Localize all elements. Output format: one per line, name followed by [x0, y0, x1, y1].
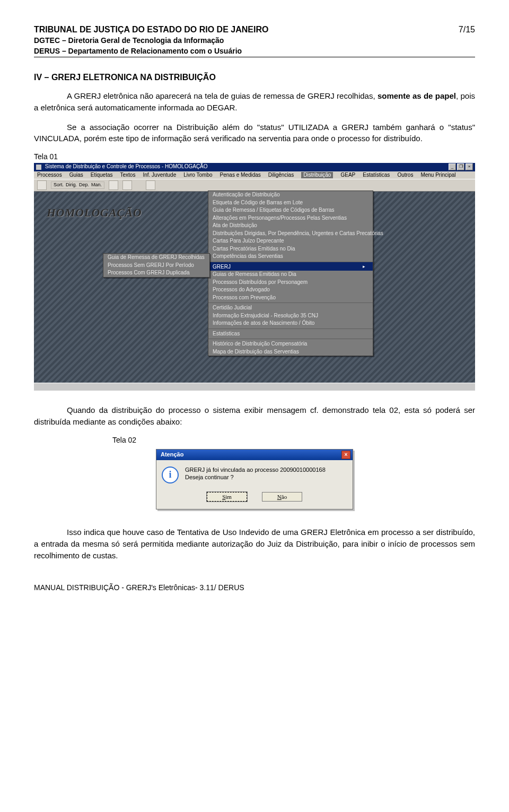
toolbar-label[interactable]: Dep.: [79, 182, 89, 188]
distribuicao-dropdown-menu: Autenticação de DistribuiçãoEtiqueta de …: [208, 191, 373, 356]
menu-item[interactable]: Menu Principal: [420, 172, 455, 179]
yes-rest: im: [225, 494, 232, 500]
menu-item[interactable]: Distribuição: [301, 172, 333, 179]
screenshot-tela-01: Sistema de Distribuição e Controle de Pr…: [34, 163, 475, 391]
window-titlebar: Sistema de Distribuição e Controle de Pr…: [34, 163, 475, 171]
toolbar-label[interactable]: Sort.: [54, 182, 64, 188]
toolbar-icon[interactable]: [37, 180, 47, 190]
header-line-2: DGTEC – Diretoria Geral de Tecnologia da…: [34, 36, 475, 46]
tela-01-label: Tela 01: [34, 152, 475, 162]
menu-item[interactable]: Inf. Juventude: [143, 172, 176, 179]
menu-item[interactable]: Processos: [37, 172, 62, 179]
header-rule: [34, 57, 475, 57]
toolbar-label[interactable]: Man.: [91, 182, 102, 188]
toolbar-exit-icon[interactable]: [146, 180, 155, 190]
info-icon: i: [162, 467, 179, 483]
section-title: IV – GRERJ ELETRONICA NA DISTRIBUIÇÃO: [34, 72, 475, 83]
dropdown-item[interactable]: Guia de Remessa / Etiquetas de Códigos d…: [208, 206, 373, 214]
alert-line-2: Deseja continuar ?: [185, 474, 326, 481]
paragraph-1: A GRERJ eletrônica não aparecerá na tela…: [34, 90, 475, 114]
menu-item[interactable]: Livro Tombo: [183, 172, 212, 179]
paragraph-2: Se a associação ocorrer na Distribuição …: [34, 122, 475, 145]
para1-pre: A GRERJ eletrônica não aparecerá na tela…: [67, 91, 378, 100]
alert-yes-button[interactable]: Sim: [207, 492, 247, 502]
alert-dialog: Atenção × i GRERJ já foi vinculada ao pr…: [156, 449, 353, 509]
app-icon: [36, 165, 41, 170]
submenu-item[interactable]: Guia de Remessa de GRERJ Recolhidas: [103, 254, 209, 262]
submenu-item[interactable]: Processos Sem GRERJ Por Período: [103, 262, 209, 270]
dropdown-item[interactable]: Guias de Remessa Emitidas no Dia: [208, 271, 373, 279]
paragraph-4: Isso indica que houve caso de Tentativa …: [34, 526, 475, 561]
homolog-watermark: HOMOLOGAÇÃO: [47, 205, 142, 220]
window-buttons: _ ❐ ×: [449, 163, 473, 170]
menu-bar: ProcessosGuiasEtiquetasTextosInf. Juvent…: [34, 171, 475, 179]
dropdown-item[interactable]: Mapa de Distribuição das Serventias: [208, 348, 373, 356]
menu-item[interactable]: Outros: [397, 172, 413, 179]
submenu-item[interactable]: Processos Com GRERJ Duplicada: [103, 269, 209, 277]
header-line-1: TRIBUNAL DE JUSTIÇA DO ESTADO DO RIO DE …: [34, 24, 268, 35]
dropdown-item[interactable]: Autenticação de Distribuição: [208, 191, 373, 199]
toolbar-icon[interactable]: [109, 180, 118, 190]
grerj-submenu: Guia de Remessa de GRERJ RecolhidasProce…: [103, 253, 210, 278]
menu-item[interactable]: Textos: [120, 172, 136, 179]
no-rest: ão: [282, 494, 287, 500]
menu-item[interactable]: Estatísticas: [363, 172, 390, 179]
paragraph-3: Quando da distribuição do processo o sis…: [34, 404, 475, 428]
alert-close-button[interactable]: ×: [341, 451, 350, 459]
tela-02-label: Tela 02: [112, 436, 475, 445]
dropdown-item[interactable]: Etiqueta de Código de Barras em Lote: [208, 199, 373, 207]
toolbar-label[interactable]: Dirig.: [66, 182, 77, 188]
dropdown-item[interactable]: Informações de atos de Nascimento / Óbit…: [208, 319, 373, 327]
dropdown-item[interactable]: Certidão Judicial: [208, 303, 373, 312]
alert-titlebar: Atenção ×: [156, 450, 353, 460]
alert-title: Atenção: [161, 451, 183, 459]
para1-bold: somente as de papel: [378, 91, 456, 100]
alert-no-button[interactable]: Não: [262, 492, 302, 502]
dropdown-item[interactable]: Cartas Para Juízo Deprecante: [208, 237, 373, 245]
header-line-3: DERUS – Departamento de Relacionamento c…: [34, 47, 475, 56]
dropdown-item[interactable]: Processos Distribuídos por Personagem: [208, 279, 373, 287]
alert-line-1: GRERJ já foi vinculada ao processo 20090…: [185, 467, 326, 474]
status-bar: [34, 383, 475, 391]
page-number: 7/15: [459, 24, 475, 35]
toolbar-group-sort: Sort.Dirig.Dep.Man.: [51, 182, 104, 188]
close-button[interactable]: ×: [466, 163, 473, 170]
dropdown-item[interactable]: Alterações em Personagens/Processos Pela…: [208, 214, 373, 222]
dropdown-item[interactable]: Ata de Distribuição: [208, 222, 373, 230]
menu-item[interactable]: GEAP: [340, 172, 355, 179]
restore-button[interactable]: ❐: [457, 163, 464, 170]
dropdown-item[interactable]: Estatísticas: [208, 329, 373, 338]
menu-item[interactable]: Etiquetas: [91, 172, 113, 179]
dropdown-item[interactable]: Competências das Serventias: [208, 253, 373, 261]
dropdown-item[interactable]: Processos do Advogado: [208, 286, 373, 294]
dropdown-item[interactable]: Informação Extrajudicial - Resolução 35 …: [208, 312, 373, 320]
toolbar: Sort.Dirig.Dep.Man.: [34, 179, 475, 192]
dropdown-item[interactable]: Distribuições Dirigidas, Por Dependência…: [208, 230, 373, 238]
footer: MANUAL DISTRIBUIÇÃO - GRERJ's Eletrônica…: [34, 583, 475, 593]
menu-item[interactable]: Guias: [69, 172, 83, 179]
dropdown-item[interactable]: Processos com Prevenção: [208, 294, 373, 302]
dropdown-item[interactable]: GRERJ: [208, 262, 373, 271]
dropdown-item[interactable]: Cartas Precatórias Emitidas no Dia: [208, 245, 373, 253]
window-title: Sistema de Distribuição e Controle de Pr…: [36, 163, 208, 170]
app-workspace: HOMOLOGAÇÃO Autenticação de Distribuição…: [34, 192, 475, 383]
toolbar-icon[interactable]: [122, 180, 132, 190]
menu-item[interactable]: Diligências: [268, 172, 294, 179]
menu-item[interactable]: Penas e Medidas: [220, 172, 261, 179]
alert-message: GRERJ já foi vinculada ao processo 20090…: [185, 467, 326, 481]
minimize-button[interactable]: _: [449, 163, 456, 170]
dropdown-item[interactable]: Histórico de Distribuição Compensatória: [208, 339, 373, 348]
